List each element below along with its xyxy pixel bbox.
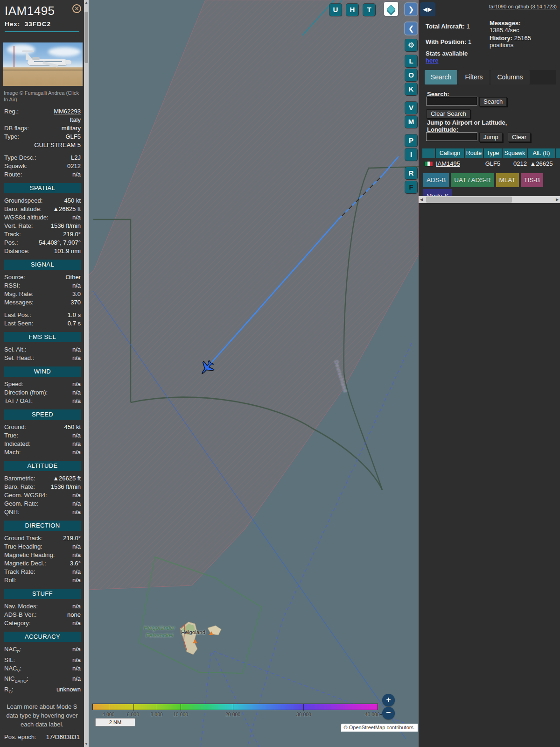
data-value: n/a [72, 380, 81, 388]
legend-chip-tisb[interactable]: TIS-B [521, 173, 544, 187]
stats-here-link[interactable]: here [426, 57, 438, 64]
layers-button[interactable] [384, 2, 398, 16]
panel-toggle-button[interactable]: ◀▶ [420, 2, 435, 16]
data-value: n/a [72, 491, 81, 500]
data-row: Vert. Rate: 1536 ft/min [4, 222, 81, 230]
data-value: n/a [72, 397, 81, 405]
data-row: RC: unknown [4, 685, 81, 696]
data-value: 370 [70, 298, 81, 307]
messages-stat: Messages:1385.4/sec [490, 20, 520, 34]
map-button-L[interactable]: L [405, 55, 417, 67]
map-button-R[interactable]: R [405, 167, 417, 179]
column-header-Squawk[interactable]: Squawk [503, 148, 527, 158]
map-button-M[interactable]: M [405, 116, 417, 128]
map-button-V[interactable]: V [405, 102, 417, 114]
data-value: n/a [72, 568, 81, 576]
table-cell: 0212 [503, 159, 527, 169]
map[interactable]: Deutschland Helgoland Helgoländer Felsso… [89, 0, 419, 747]
table-horizontal-scrollbar[interactable]: ◀ ▶ [419, 196, 560, 203]
clear-search-button[interactable]: Clear Search [427, 109, 470, 119]
map-button-H[interactable]: H [346, 4, 358, 16]
legend-chip-uatadsr[interactable]: UAT / ADS-R [451, 173, 494, 187]
map-button-T[interactable]: T [363, 4, 375, 16]
column-header-Sp[interactable]: Sp [556, 148, 560, 158]
data-value: ▲26625 ft [53, 205, 81, 213]
close-icon[interactable]: ✕ [72, 4, 81, 13]
map-attribution[interactable]: © OpenStreetMap contributors. [341, 724, 418, 732]
tab-columns[interactable]: Columns [490, 70, 530, 85]
search-input[interactable] [426, 97, 477, 106]
stats-available-label: Stats available [426, 50, 468, 57]
data-value: 219.0° [63, 534, 81, 543]
column-header-Route[interactable]: Route [465, 148, 483, 158]
map-button-K[interactable]: K [405, 83, 417, 95]
column-header-Alt. (ft)[interactable]: Alt. (ft) [528, 148, 555, 158]
tab-filters[interactable]: Filters [458, 70, 490, 85]
clear-jump-button[interactable]: Clear [508, 133, 531, 142]
column-header-Type[interactable]: Type [484, 148, 502, 158]
data-value: unknown [56, 685, 81, 696]
table-cell [422, 159, 435, 169]
aircraft-table: CallsignRouteTypeSquawkAlt. (ft)Sp IAM14… [422, 148, 560, 170]
altitude-tick-label: 20 000 [225, 712, 240, 717]
search-button[interactable]: Search [479, 97, 507, 106]
map-button-U[interactable]: U [329, 4, 342, 16]
data-value: 0.7 s [68, 319, 81, 328]
aircraft-marker[interactable] [193, 354, 221, 382]
map-button-O[interactable]: O [405, 69, 417, 81]
sidebar-scrollbar[interactable]: ▲ ▼ [84, 0, 89, 747]
map-button-settings-gear[interactable]: ⚙ [405, 39, 417, 51]
zoom-out-button[interactable]: − [382, 707, 395, 719]
zoom-in-button[interactable]: + [382, 694, 395, 706]
jump-input[interactable] [426, 132, 477, 141]
data-row: Messages: 370 [4, 298, 81, 307]
data-row: NACV: n/a [4, 664, 81, 675]
table-header-row: CallsignRouteTypeSquawkAlt. (ft)Sp [422, 148, 560, 158]
data-value: n/a [72, 508, 81, 516]
table-row[interactable]: IAM1495GLF50212▲26625 [422, 159, 560, 169]
map-button-collapse-left[interactable]: ❮ [405, 22, 417, 35]
aircraft-detail-panel: IAM1495 ✕ Hex: 33FDC2 Image © Fumagalli … [0, 0, 84, 747]
table-callsign-link[interactable]: IAM1495 [436, 160, 460, 167]
data-row: Direction (from): n/a [4, 388, 81, 397]
aircraft-photo[interactable] [3, 42, 83, 86]
section-header-accuracy: ACCURACY [4, 632, 81, 642]
data-value: n/a [72, 551, 81, 559]
data-value: 450 kt [64, 423, 81, 431]
pos-epoch-row: Pos. epoch: 1743603831 [0, 729, 84, 740]
scroll-left-icon[interactable]: ◀ [419, 196, 424, 203]
table-cell [465, 159, 483, 169]
data-value: n/a [72, 576, 81, 585]
column-header-Callsign[interactable]: Callsign [436, 148, 464, 158]
column-header-flag[interactable] [422, 148, 435, 158]
legend-chip-adsb[interactable]: ADS-B [423, 173, 449, 187]
data-row: Indicated: n/a [4, 440, 81, 448]
data-value: n/a [72, 431, 81, 440]
map-button-F[interactable]: F [405, 181, 417, 193]
scrollbar-thumb[interactable] [84, 12, 88, 63]
section-header-direction: DIRECTION [4, 521, 81, 531]
data-row: Italy [4, 116, 81, 124]
data-value[interactable]: MM62293 [54, 107, 81, 116]
scroll-right-icon[interactable]: ▶ [554, 196, 560, 203]
data-value: 54.408°, 7.907° [39, 239, 81, 247]
data-row: Type Desc.: L2J [4, 154, 81, 162]
data-row: Reg.: MM62293 [4, 107, 81, 116]
data-row: WGS84 altitude: n/a [4, 213, 81, 222]
map-button-I[interactable]: I [405, 148, 417, 161]
tab-search[interactable]: Search [425, 70, 457, 85]
map-button-expand-right[interactable]: ❯ [405, 3, 417, 15]
map-button-P[interactable]: P [405, 134, 417, 147]
scroll-up-icon[interactable]: ▲ [84, 0, 89, 6]
altitude-tick-label: 40 000+ [365, 712, 383, 717]
scroll-down-icon[interactable]: ▼ [84, 741, 89, 747]
data-value: n/a [72, 664, 81, 675]
altitude-tick-label: 6 000 [127, 712, 139, 717]
legend-chip-mlat[interactable]: MLAT [496, 173, 519, 187]
github-link[interactable]: tar1090 on github (3.14.1723) [489, 4, 557, 9]
italy-flag-icon [425, 161, 433, 167]
data-row: Msg. Rate: 3.0 [4, 290, 81, 298]
jump-button[interactable]: Jump [479, 133, 503, 142]
hscrollbar-thumb[interactable] [426, 197, 512, 203]
data-row: Pos.: 54.408°, 7.907° [4, 239, 81, 247]
